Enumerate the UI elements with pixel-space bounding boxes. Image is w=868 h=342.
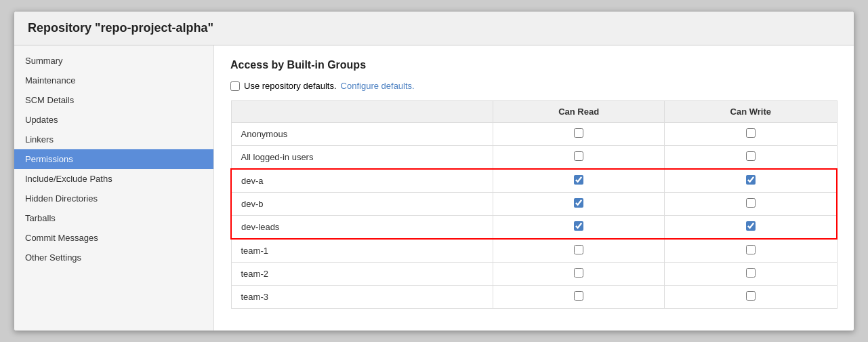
- title-bar: Repository "repo-project-alpha": [14, 12, 854, 45]
- table-row: dev-leads: [231, 216, 837, 240]
- group-name: dev-leads: [231, 216, 493, 240]
- col-header-can-write: Can Write: [665, 101, 837, 123]
- group-name: dev-a: [231, 169, 493, 193]
- table-row: team-1: [231, 239, 837, 263]
- body: SummaryMaintenanceSCM DetailsUpdatesLink…: [14, 45, 854, 330]
- group-name: team-1: [231, 239, 493, 263]
- can-write-cell: [665, 169, 837, 193]
- can-write-checkbox[interactable]: [746, 198, 756, 208]
- table-row: team-2: [231, 263, 837, 286]
- can-read-cell: [493, 216, 665, 240]
- section-title: Access by Built-in Groups: [230, 59, 838, 71]
- use-defaults-checkbox[interactable]: [230, 81, 240, 91]
- sidebar-item-scm-details[interactable]: SCM Details: [14, 90, 213, 110]
- can-read-checkbox[interactable]: [574, 151, 583, 161]
- table-body: AnonymousAll logged-in usersdev-adev-bde…: [231, 123, 837, 309]
- can-write-cell: [665, 286, 837, 309]
- app-window: Repository "repo-project-alpha" SummaryM…: [14, 11, 854, 331]
- sidebar-item-updates[interactable]: Updates: [14, 110, 213, 130]
- can-write-checkbox[interactable]: [746, 175, 756, 185]
- can-read-cell: [493, 263, 665, 286]
- table-row: dev-b: [231, 193, 837, 216]
- can-read-cell: [493, 146, 665, 170]
- can-write-cell: [665, 263, 837, 286]
- can-write-checkbox[interactable]: [746, 245, 756, 254]
- sidebar: SummaryMaintenanceSCM DetailsUpdatesLink…: [14, 45, 214, 330]
- table-row: All logged-in users: [231, 146, 837, 170]
- sidebar-item-linkers[interactable]: Linkers: [14, 130, 213, 149]
- use-defaults-label: Use repository defaults.: [244, 81, 337, 91]
- can-write-checkbox[interactable]: [746, 291, 756, 301]
- can-read-cell: [493, 193, 665, 216]
- table-header-row: Can Read Can Write: [231, 101, 837, 123]
- can-read-checkbox[interactable]: [574, 291, 583, 301]
- table-row: Anonymous: [231, 123, 837, 146]
- permissions-table: Can Read Can Write AnonymousAll logged-i…: [230, 100, 838, 309]
- can-write-checkbox[interactable]: [746, 221, 756, 231]
- can-write-cell: [665, 216, 837, 240]
- can-write-checkbox[interactable]: [746, 268, 756, 278]
- can-read-checkbox[interactable]: [574, 268, 583, 278]
- table-row: team-3: [231, 286, 837, 309]
- can-read-checkbox[interactable]: [574, 175, 583, 185]
- group-name: All logged-in users: [231, 146, 493, 170]
- group-name: Anonymous: [231, 123, 493, 146]
- col-header-group: [231, 101, 493, 123]
- can-read-checkbox[interactable]: [574, 198, 583, 208]
- can-write-checkbox[interactable]: [746, 151, 756, 161]
- sidebar-item-permissions[interactable]: Permissions: [14, 149, 213, 169]
- can-read-cell: [493, 286, 665, 309]
- sidebar-item-tarballs[interactable]: Tarballs: [14, 208, 213, 228]
- can-read-cell: [493, 239, 665, 263]
- can-write-cell: [665, 239, 837, 263]
- sidebar-item-other-settings[interactable]: Other Settings: [14, 248, 213, 267]
- sidebar-item-include-exclude[interactable]: Include/Exclude Paths: [14, 169, 213, 189]
- table-row: dev-a: [231, 169, 837, 193]
- can-read-checkbox[interactable]: [574, 221, 583, 231]
- main-content: Access by Built-in Groups Use repository…: [214, 45, 854, 330]
- sidebar-item-summary[interactable]: Summary: [14, 51, 213, 71]
- can-read-cell: [493, 123, 665, 146]
- group-name: team-2: [231, 263, 493, 286]
- group-name: team-3: [231, 286, 493, 309]
- can-write-checkbox[interactable]: [746, 128, 756, 138]
- can-read-checkbox[interactable]: [574, 128, 583, 138]
- group-name: dev-b: [231, 193, 493, 216]
- can-write-cell: [665, 123, 837, 146]
- configure-defaults-link[interactable]: Configure defaults.: [341, 81, 415, 91]
- can-write-cell: [665, 193, 837, 216]
- sidebar-item-maintenance[interactable]: Maintenance: [14, 71, 213, 90]
- can-read-cell: [493, 169, 665, 193]
- can-write-cell: [665, 146, 837, 170]
- can-read-checkbox[interactable]: [574, 245, 583, 254]
- window-title: Repository "repo-project-alpha": [28, 21, 840, 35]
- sidebar-item-hidden-directories[interactable]: Hidden Directories: [14, 189, 213, 208]
- sidebar-item-commit-messages[interactable]: Commit Messages: [14, 228, 213, 248]
- col-header-can-read: Can Read: [493, 101, 665, 123]
- use-defaults-row: Use repository defaults. Configure defau…: [230, 81, 838, 91]
